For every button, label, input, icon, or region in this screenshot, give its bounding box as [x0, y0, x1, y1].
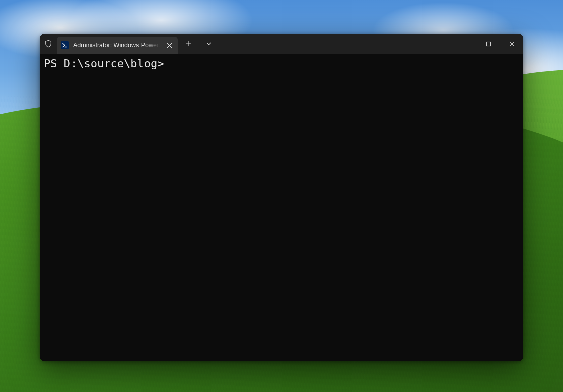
prompt-text: PS D:\source\blog>: [44, 57, 164, 70]
plus-icon: [185, 41, 191, 47]
admin-shield-slot: [40, 34, 57, 54]
window-controls: [454, 34, 523, 54]
text-cursor: [171, 57, 177, 70]
svg-rect-0: [486, 42, 490, 46]
powershell-icon: [61, 41, 69, 49]
new-tab-button[interactable]: [181, 36, 196, 51]
window-titlebar[interactable]: Administrator: Windows PowerShell: [40, 34, 523, 54]
desktop-wallpaper: Administrator: Windows PowerShell: [0, 0, 563, 392]
maximize-icon: [486, 41, 491, 47]
minimize-button[interactable]: [454, 34, 477, 54]
close-window-button[interactable]: [500, 34, 523, 54]
new-tab-dropdown-button[interactable]: [201, 36, 217, 51]
tab-actions: [181, 34, 217, 54]
tab-active[interactable]: Administrator: Windows PowerShell: [57, 37, 178, 54]
terminal-window: Administrator: Windows PowerShell: [40, 34, 523, 361]
shield-icon: [44, 40, 52, 48]
minimize-icon: [463, 41, 468, 47]
close-icon: [167, 43, 172, 48]
maximize-button[interactable]: [477, 34, 500, 54]
chevron-down-icon: [206, 41, 212, 47]
terminal-viewport[interactable]: PS D:\source\blog>: [40, 54, 523, 361]
tab-divider: [199, 39, 199, 49]
close-icon: [509, 41, 515, 47]
tab-title: Administrator: Windows PowerShell: [73, 42, 160, 49]
close-tab-button[interactable]: [164, 40, 175, 51]
titlebar-drag-region[interactable]: [217, 34, 454, 54]
